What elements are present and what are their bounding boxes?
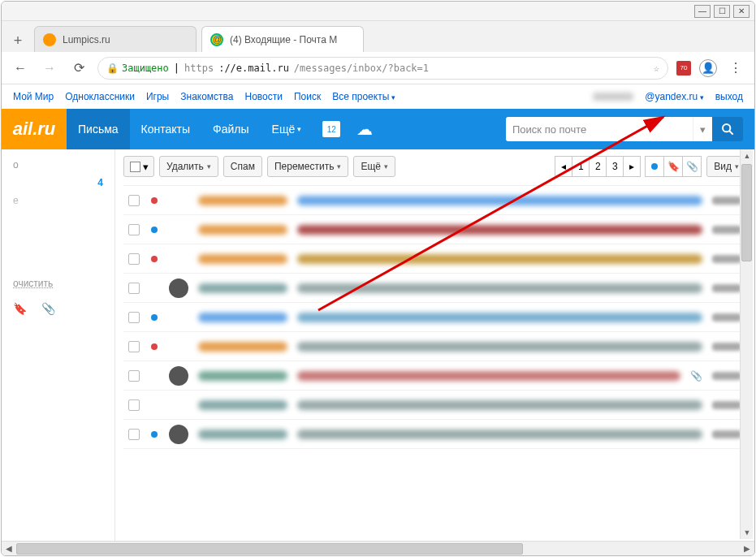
sender-avatar bbox=[169, 249, 188, 269]
new-tab-button[interactable]: + bbox=[6, 29, 29, 52]
sidebar-folder-row[interactable]: е bbox=[8, 192, 108, 209]
mail-search-scope-dropdown[interactable]: ▾ bbox=[693, 117, 712, 141]
vertical-scrollbar[interactable]: ▲ ▼ bbox=[740, 149, 753, 539]
sidebar-inbox-row[interactable]: 4 bbox=[8, 174, 108, 192]
message-row[interactable]: 📎 bbox=[123, 361, 746, 391]
forward-button[interactable]: → bbox=[39, 58, 60, 79]
row-time-blurred bbox=[712, 372, 741, 380]
filter-indicators: 🔖 📎 bbox=[646, 156, 702, 177]
mailru-header: ail.ru Письма Контакты Файлы Ещё▾ 12 ☁ П… bbox=[2, 109, 754, 149]
row-checkbox[interactable] bbox=[128, 195, 140, 206]
spam-button[interactable]: Спам bbox=[223, 156, 262, 177]
browser-tab-mailru[interactable]: (4) Входящие - Почта M bbox=[201, 26, 364, 52]
toplink-news[interactable]: Новости bbox=[245, 91, 283, 102]
message-row[interactable] bbox=[123, 332, 746, 361]
message-row[interactable] bbox=[123, 391, 746, 420]
row-checkbox[interactable] bbox=[128, 224, 140, 235]
browser-tab-strip: + Lumpics.ru (4) Входящие - Почта M bbox=[2, 21, 754, 52]
back-button[interactable]: ← bbox=[10, 58, 31, 79]
row-checkbox[interactable] bbox=[128, 370, 140, 382]
filter-unread[interactable] bbox=[645, 156, 664, 177]
calendar-icon[interactable]: 12 bbox=[322, 121, 340, 137]
row-checkbox[interactable] bbox=[128, 312, 140, 323]
row-checkbox[interactable] bbox=[128, 253, 140, 265]
pager-page-3[interactable]: 3 bbox=[606, 156, 624, 177]
favicon-mailru-icon bbox=[210, 33, 223, 46]
address-bar[interactable]: 🔒 Защищено | https ://e.mail.ru /message… bbox=[97, 57, 668, 80]
browser-menu-button[interactable]: ⋮ bbox=[725, 58, 746, 79]
user-email-blurred bbox=[593, 93, 633, 101]
horizontal-scroll-thumb[interactable] bbox=[16, 543, 523, 555]
reload-button[interactable]: ⟳ bbox=[68, 58, 89, 79]
select-all-checkbox[interactable]: ▾ bbox=[123, 156, 154, 177]
filter-attachment[interactable]: 📎 bbox=[682, 156, 702, 177]
url-host: ://e.mail.ru bbox=[218, 63, 289, 74]
sender-name-blurred bbox=[198, 400, 287, 410]
scroll-left-arrow[interactable]: ◀ bbox=[2, 542, 16, 556]
row-time-blurred bbox=[712, 313, 741, 322]
subject-blurred bbox=[297, 400, 702, 410]
pager-prev[interactable]: ◂ bbox=[555, 156, 572, 177]
scroll-down-arrow[interactable]: ▼ bbox=[741, 526, 754, 539]
row-checkbox[interactable] bbox=[128, 429, 140, 440]
subject-blurred bbox=[297, 313, 702, 322]
subject-blurred bbox=[297, 254, 702, 264]
vertical-scroll-thumb[interactable] bbox=[741, 164, 752, 261]
bookmark-star-icon[interactable]: ☆ bbox=[654, 63, 659, 74]
window-maximize-button[interactable]: ☐ bbox=[714, 5, 730, 18]
window-close-button[interactable]: ✕ bbox=[733, 5, 750, 18]
row-checkbox[interactable] bbox=[128, 399, 140, 411]
row-status-icon bbox=[149, 431, 159, 438]
scroll-up-arrow[interactable]: ▲ bbox=[741, 149, 754, 162]
mail-search-input[interactable]: Поиск по почте bbox=[506, 117, 693, 141]
message-row[interactable] bbox=[123, 420, 746, 449]
toplink-dating[interactable]: Знакомства bbox=[180, 91, 233, 102]
magnifier-icon bbox=[721, 123, 734, 136]
browser-tab-lumpics[interactable]: Lumpics.ru bbox=[34, 26, 197, 52]
horizontal-scrollbar[interactable]: ◀ ▶ bbox=[2, 541, 754, 555]
cloud-icon[interactable]: ☁ bbox=[356, 119, 373, 139]
sender-name-blurred bbox=[198, 430, 287, 439]
row-checkbox[interactable] bbox=[128, 283, 140, 294]
toplink-search[interactable]: Поиск bbox=[294, 91, 321, 102]
scroll-right-arrow[interactable]: ▶ bbox=[740, 542, 754, 556]
sender-name-blurred bbox=[198, 196, 287, 205]
mail-search-button[interactable] bbox=[712, 117, 743, 141]
delete-button[interactable]: Удалить▾ bbox=[159, 156, 218, 177]
sidebar-clear-link[interactable]: очистить bbox=[8, 274, 108, 292]
sidebar-compose-row[interactable]: о bbox=[8, 156, 108, 174]
nav-files[interactable]: Файлы bbox=[201, 109, 260, 149]
mail-toolbar: ▾ Удалить▾ Спам Переместить▾ Ещё▾ ◂ 1 2 … bbox=[123, 156, 746, 177]
extension-shield-icon[interactable]: 70 bbox=[676, 61, 691, 76]
filter-flagged[interactable]: 🔖 bbox=[663, 156, 683, 177]
pager-page-1[interactable]: 1 bbox=[572, 156, 590, 177]
row-checkbox[interactable] bbox=[128, 341, 140, 352]
toplink-moimir[interactable]: Мой Мир bbox=[13, 91, 54, 102]
row-status-icon bbox=[149, 227, 159, 233]
window-minimize-button[interactable]: — bbox=[694, 5, 711, 18]
secure-badge: 🔒 Защищено bbox=[106, 63, 169, 74]
message-row[interactable] bbox=[123, 244, 746, 274]
message-row[interactable] bbox=[123, 303, 746, 332]
more-button[interactable]: Ещё▾ bbox=[353, 156, 395, 177]
toplink-games[interactable]: Игры bbox=[146, 91, 169, 102]
toplink-odnoklassniki[interactable]: Одноклассники bbox=[65, 91, 135, 102]
mailru-logo[interactable]: ail.ru bbox=[1, 109, 67, 149]
logout-link[interactable]: выход bbox=[715, 91, 743, 102]
flag-icon[interactable]: 🔖 bbox=[13, 302, 27, 315]
subject-blurred bbox=[297, 430, 702, 439]
sender-name-blurred bbox=[198, 283, 287, 293]
pager-next[interactable]: ▸ bbox=[623, 156, 641, 177]
pager-page-2[interactable]: 2 bbox=[589, 156, 607, 177]
nav-more[interactable]: Ещё▾ bbox=[261, 109, 313, 149]
message-row[interactable] bbox=[123, 274, 746, 303]
move-button[interactable]: Переместить▾ bbox=[267, 156, 349, 177]
nav-contacts[interactable]: Контакты bbox=[130, 109, 201, 149]
attachment-icon[interactable]: 📎 bbox=[41, 302, 55, 315]
user-email-domain[interactable]: @yandex.ru ▾ bbox=[645, 91, 703, 102]
nav-letters[interactable]: Письма bbox=[67, 109, 130, 149]
toplink-allprojects[interactable]: Все проекты ▾ bbox=[332, 91, 395, 102]
profile-avatar-icon[interactable]: 👤 bbox=[699, 59, 717, 77]
message-row[interactable] bbox=[123, 215, 746, 244]
message-row[interactable] bbox=[123, 186, 746, 215]
